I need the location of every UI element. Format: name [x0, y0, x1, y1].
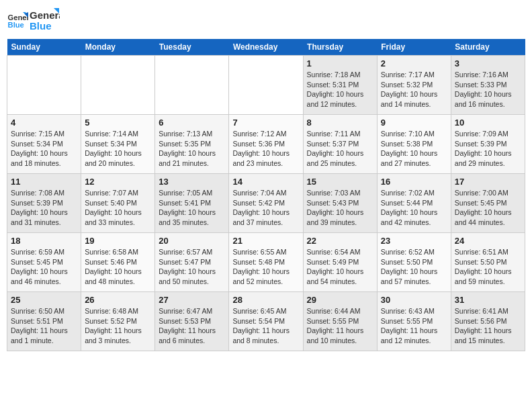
- day-number: 10: [455, 118, 521, 128]
- day-number: 24: [455, 236, 521, 246]
- day-info: Sunrise: 7:02 AM Sunset: 5:44 PM Dayligh…: [381, 188, 447, 228]
- day-info: Sunrise: 7:12 AM Sunset: 5:36 PM Dayligh…: [232, 129, 299, 169]
- calendar-day-cell: 31Sunrise: 6:41 AM Sunset: 5:56 PM Dayli…: [451, 292, 525, 351]
- weekday-header-wednesday: Wednesday: [229, 39, 303, 56]
- day-number: 8: [307, 118, 373, 128]
- day-number: 1: [307, 58, 373, 68]
- day-info: Sunrise: 7:17 AM Sunset: 5:32 PM Dayligh…: [381, 70, 447, 109]
- empty-day-cell: [229, 56, 303, 115]
- day-info: Sunrise: 6:48 AM Sunset: 5:52 PM Dayligh…: [85, 306, 151, 346]
- day-number: 31: [455, 295, 521, 305]
- day-number: 17: [455, 177, 521, 187]
- day-number: 20: [159, 236, 225, 246]
- day-number: 30: [381, 295, 447, 305]
- calendar-week-row: 4Sunrise: 7:15 AM Sunset: 5:34 PM Daylig…: [7, 115, 525, 174]
- calendar-day-cell: 27Sunrise: 6:47 AM Sunset: 5:53 PM Dayli…: [155, 292, 229, 351]
- day-number: 25: [11, 295, 77, 305]
- weekday-header-tuesday: Tuesday: [155, 39, 229, 56]
- day-info: Sunrise: 6:50 AM Sunset: 5:51 PM Dayligh…: [11, 306, 77, 346]
- day-number: 14: [232, 177, 299, 187]
- calendar-day-cell: 29Sunrise: 6:44 AM Sunset: 5:55 PM Dayli…: [303, 292, 377, 351]
- page-header: General Blue General Blue: [7, 7, 525, 34]
- calendar-day-cell: 10Sunrise: 7:09 AM Sunset: 5:39 PM Dayli…: [451, 115, 525, 174]
- calendar-day-cell: 8Sunrise: 7:11 AM Sunset: 5:37 PM Daylig…: [303, 115, 377, 174]
- day-number: 9: [381, 118, 447, 128]
- calendar-day-cell: 25Sunrise: 6:50 AM Sunset: 5:51 PM Dayli…: [7, 292, 81, 351]
- calendar-day-cell: 26Sunrise: 6:48 AM Sunset: 5:52 PM Dayli…: [81, 292, 155, 351]
- day-info: Sunrise: 7:16 AM Sunset: 5:33 PM Dayligh…: [455, 70, 521, 109]
- weekday-header-saturday: Saturday: [451, 39, 525, 56]
- day-info: Sunrise: 6:52 AM Sunset: 5:50 PM Dayligh…: [381, 247, 447, 287]
- weekday-header-sunday: Sunday: [7, 39, 81, 56]
- day-number: 27: [159, 295, 225, 305]
- calendar-table: SundayMondayTuesdayWednesdayThursdayFrid…: [7, 39, 525, 351]
- day-number: 19: [85, 236, 151, 246]
- day-info: Sunrise: 6:45 AM Sunset: 5:54 PM Dayligh…: [232, 306, 299, 346]
- empty-day-cell: [81, 56, 155, 115]
- empty-day-cell: [7, 56, 81, 115]
- day-info: Sunrise: 7:04 AM Sunset: 5:42 PM Dayligh…: [232, 188, 299, 228]
- day-number: 28: [232, 295, 299, 305]
- day-info: Sunrise: 6:41 AM Sunset: 5:56 PM Dayligh…: [455, 306, 521, 346]
- weekday-header-row: SundayMondayTuesdayWednesdayThursdayFrid…: [7, 39, 525, 56]
- day-info: Sunrise: 6:51 AM Sunset: 5:50 PM Dayligh…: [455, 247, 521, 287]
- day-number: 5: [85, 118, 151, 128]
- weekday-header-friday: Friday: [377, 39, 451, 56]
- calendar-day-cell: 15Sunrise: 7:03 AM Sunset: 5:43 PM Dayli…: [303, 174, 377, 233]
- day-number: 12: [85, 177, 151, 187]
- calendar-day-cell: 1Sunrise: 7:18 AM Sunset: 5:31 PM Daylig…: [303, 56, 377, 115]
- calendar-day-cell: 22Sunrise: 6:54 AM Sunset: 5:49 PM Dayli…: [303, 233, 377, 292]
- day-info: Sunrise: 6:55 AM Sunset: 5:48 PM Dayligh…: [232, 247, 299, 287]
- day-number: 21: [232, 236, 299, 246]
- day-number: 22: [307, 236, 373, 246]
- day-info: Sunrise: 7:15 AM Sunset: 5:34 PM Dayligh…: [11, 129, 77, 169]
- calendar-day-cell: 7Sunrise: 7:12 AM Sunset: 5:36 PM Daylig…: [229, 115, 303, 174]
- calendar-week-row: 1Sunrise: 7:18 AM Sunset: 5:31 PM Daylig…: [7, 56, 525, 115]
- day-info: Sunrise: 7:11 AM Sunset: 5:37 PM Dayligh…: [307, 129, 373, 169]
- day-info: Sunrise: 6:43 AM Sunset: 5:55 PM Dayligh…: [381, 306, 447, 346]
- day-number: 29: [307, 295, 373, 305]
- calendar-day-cell: 19Sunrise: 6:58 AM Sunset: 5:46 PM Dayli…: [81, 233, 155, 292]
- calendar-week-row: 11Sunrise: 7:08 AM Sunset: 5:39 PM Dayli…: [7, 174, 525, 233]
- calendar-day-cell: 30Sunrise: 6:43 AM Sunset: 5:55 PM Dayli…: [377, 292, 451, 351]
- logo-icon: General Blue: [7, 9, 28, 31]
- calendar-day-cell: 20Sunrise: 6:57 AM Sunset: 5:47 PM Dayli…: [155, 233, 229, 292]
- calendar-day-cell: 16Sunrise: 7:02 AM Sunset: 5:44 PM Dayli…: [377, 174, 451, 233]
- day-number: 13: [159, 177, 225, 187]
- calendar-day-cell: 4Sunrise: 7:15 AM Sunset: 5:34 PM Daylig…: [7, 115, 81, 174]
- svg-text:Blue: Blue: [30, 20, 52, 32]
- calendar-day-cell: 12Sunrise: 7:07 AM Sunset: 5:40 PM Dayli…: [81, 174, 155, 233]
- day-info: Sunrise: 7:07 AM Sunset: 5:40 PM Dayligh…: [85, 188, 151, 228]
- calendar-day-cell: 9Sunrise: 7:10 AM Sunset: 5:38 PM Daylig…: [377, 115, 451, 174]
- day-number: 23: [381, 236, 447, 246]
- day-info: Sunrise: 7:03 AM Sunset: 5:43 PM Dayligh…: [307, 188, 373, 228]
- weekday-header-monday: Monday: [81, 39, 155, 56]
- day-info: Sunrise: 7:14 AM Sunset: 5:34 PM Dayligh…: [85, 129, 151, 169]
- calendar-day-cell: 2Sunrise: 7:17 AM Sunset: 5:32 PM Daylig…: [377, 56, 451, 115]
- day-number: 11: [11, 177, 77, 187]
- day-info: Sunrise: 6:59 AM Sunset: 5:45 PM Dayligh…: [11, 247, 77, 287]
- day-number: 6: [159, 118, 225, 128]
- calendar-day-cell: 13Sunrise: 7:05 AM Sunset: 5:41 PM Dayli…: [155, 174, 229, 233]
- day-info: Sunrise: 7:08 AM Sunset: 5:39 PM Dayligh…: [11, 188, 77, 228]
- day-number: 2: [381, 58, 447, 68]
- svg-text:General: General: [8, 13, 28, 21]
- day-number: 4: [11, 118, 77, 128]
- day-info: Sunrise: 6:47 AM Sunset: 5:53 PM Dayligh…: [159, 306, 225, 346]
- day-info: Sunrise: 7:00 AM Sunset: 5:45 PM Dayligh…: [455, 188, 521, 228]
- calendar-day-cell: 14Sunrise: 7:04 AM Sunset: 5:42 PM Dayli…: [229, 174, 303, 233]
- day-info: Sunrise: 6:44 AM Sunset: 5:55 PM Dayligh…: [307, 306, 373, 346]
- day-number: 26: [85, 295, 151, 305]
- day-info: Sunrise: 7:13 AM Sunset: 5:35 PM Dayligh…: [159, 129, 225, 169]
- logo: General Blue General Blue: [7, 7, 60, 34]
- calendar-day-cell: 23Sunrise: 6:52 AM Sunset: 5:50 PM Dayli…: [377, 233, 451, 292]
- day-info: Sunrise: 6:58 AM Sunset: 5:46 PM Dayligh…: [85, 247, 151, 287]
- day-number: 15: [307, 177, 373, 187]
- calendar-day-cell: 3Sunrise: 7:16 AM Sunset: 5:33 PM Daylig…: [451, 56, 525, 115]
- calendar-week-row: 18Sunrise: 6:59 AM Sunset: 5:45 PM Dayli…: [7, 233, 525, 292]
- day-number: 18: [11, 236, 77, 246]
- day-number: 16: [381, 177, 447, 187]
- calendar-day-cell: 17Sunrise: 7:00 AM Sunset: 5:45 PM Dayli…: [451, 174, 525, 233]
- generalblue-logo-graphic: General Blue: [30, 7, 60, 34]
- calendar-day-cell: 21Sunrise: 6:55 AM Sunset: 5:48 PM Dayli…: [229, 233, 303, 292]
